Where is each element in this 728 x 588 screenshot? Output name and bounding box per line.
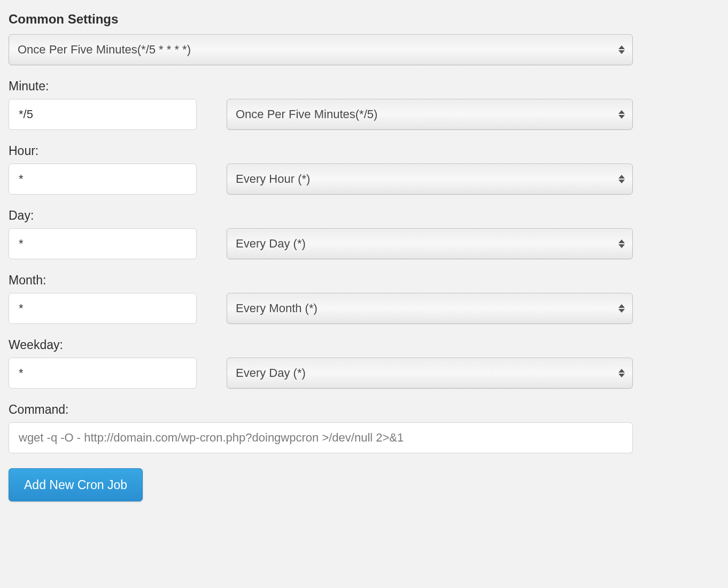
svg-marker-3	[618, 115, 625, 119]
hour-input[interactable]	[9, 164, 197, 195]
weekday-label: Weekday:	[9, 338, 633, 352]
month-select[interactable]: Every Month (*)	[227, 293, 633, 324]
minute-select-value: Once Per Five Minutes(*/5)	[236, 107, 377, 121]
month-select-value: Every Month (*)	[236, 301, 317, 315]
weekday-select[interactable]: Every Day (*)	[227, 358, 633, 389]
day-select-value: Every Day (*)	[236, 237, 306, 251]
chevron-up-down-icon	[618, 110, 625, 119]
day-select[interactable]: Every Day (*)	[227, 228, 633, 259]
svg-marker-0	[618, 45, 625, 49]
weekday-input[interactable]	[9, 358, 197, 389]
svg-marker-9	[618, 309, 625, 313]
cron-form: Common Settings Once Per Five Minutes(*/…	[0, 0, 641, 510]
minute-label: Minute:	[9, 79, 633, 94]
chevron-up-down-icon	[618, 304, 625, 313]
chevron-up-down-icon	[618, 45, 625, 54]
hour-select-value: Every Hour (*)	[236, 172, 310, 186]
minute-input[interactable]	[9, 99, 197, 130]
command-label: Command:	[9, 403, 633, 417]
month-input[interactable]	[9, 293, 197, 324]
svg-marker-8	[618, 304, 625, 308]
svg-marker-1	[618, 50, 625, 54]
day-input[interactable]	[9, 228, 197, 259]
month-label: Month:	[9, 273, 633, 288]
svg-marker-6	[618, 239, 625, 243]
svg-marker-4	[618, 175, 625, 179]
minute-select[interactable]: Once Per Five Minutes(*/5)	[227, 99, 633, 130]
weekday-select-value: Every Day (*)	[236, 366, 306, 380]
hour-select[interactable]: Every Hour (*)	[227, 164, 633, 195]
svg-marker-7	[618, 244, 625, 248]
hour-label: Hour:	[9, 144, 633, 158]
chevron-up-down-icon	[618, 239, 625, 248]
svg-marker-10	[618, 369, 625, 373]
command-input[interactable]	[9, 422, 633, 453]
chevron-up-down-icon	[618, 175, 625, 183]
common-settings-title: Common Settings	[9, 12, 633, 27]
svg-marker-5	[618, 180, 625, 183]
add-new-cron-job-button[interactable]: Add New Cron Job	[9, 468, 143, 501]
chevron-up-down-icon	[618, 369, 625, 377]
svg-marker-2	[618, 110, 625, 114]
day-label: Day:	[9, 208, 633, 223]
common-settings-select-value: Once Per Five Minutes(*/5 * * * *)	[18, 43, 191, 57]
svg-marker-11	[618, 374, 625, 377]
common-settings-select[interactable]: Once Per Five Minutes(*/5 * * * *)	[9, 34, 633, 65]
